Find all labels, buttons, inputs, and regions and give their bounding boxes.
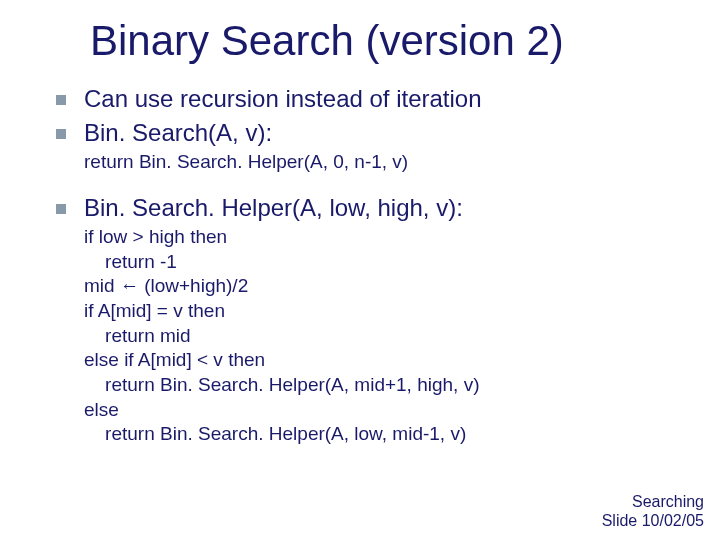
footer-line: Searching [602, 492, 704, 511]
slide-title: Binary Search (version 2) [0, 0, 720, 74]
bullet-subtext: return Bin. Search. Helper(A, 0, n-1, v) [84, 150, 680, 175]
footer-line: Slide 10/02/05 [602, 511, 704, 530]
code-line: if low > high then [84, 225, 680, 250]
code-line: return -1 [84, 250, 680, 275]
bullet-item: Bin. Search. Helper(A, low, high, v): [56, 193, 680, 223]
bullet-square-icon [56, 129, 66, 139]
bullet-text: Bin. Search. Helper(A, low, high, v): [84, 193, 680, 223]
code-line: else if A[mid] < v then [84, 348, 680, 373]
pseudocode-block: if low > high then return -1 mid ← (low+… [84, 225, 680, 447]
code-line: return Bin. Search. Helper(A, low, mid-1… [84, 422, 680, 447]
bullet-square-icon [56, 204, 66, 214]
slide: Binary Search (version 2) Can use recurs… [0, 0, 720, 540]
code-line: else [84, 398, 680, 423]
bullet-text: Bin. Search(A, v): [84, 118, 680, 148]
bullet-item: Bin. Search(A, v): [56, 118, 680, 148]
bullet-item: Can use recursion instead of iteration [56, 84, 680, 114]
bullet-text: Can use recursion instead of iteration [84, 84, 680, 114]
slide-body: Can use recursion instead of iteration B… [0, 74, 720, 447]
code-line: return mid [84, 324, 680, 349]
bullet-square-icon [56, 95, 66, 105]
code-line: if A[mid] = v then [84, 299, 680, 324]
code-line: return Bin. Search. Helper(A, mid+1, hig… [84, 373, 680, 398]
code-line: mid ← (low+high)/2 [84, 274, 680, 299]
spacer [56, 175, 680, 189]
slide-footer: Searching Slide 10/02/05 [602, 492, 704, 530]
